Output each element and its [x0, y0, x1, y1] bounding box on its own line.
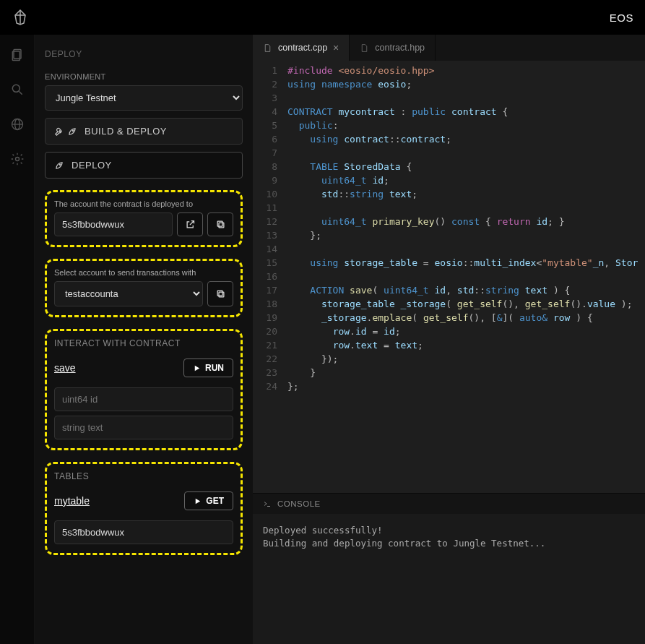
run-label: RUN [205, 363, 224, 373]
action-name[interactable]: save [54, 362, 76, 374]
app-logo [12, 9, 29, 26]
search-icon[interactable] [10, 82, 25, 97]
interact-heading: INTERACT WITH CONTRACT [54, 338, 233, 348]
code-editor[interactable]: 123456789101112131415161718192021222324 … [253, 61, 645, 493]
files-icon[interactable] [10, 48, 25, 62]
build-deploy-label: BUILD & DEPLOY [85, 126, 167, 137]
tx-account-select[interactable]: testaccounta [54, 281, 203, 306]
copy-icon [215, 288, 226, 299]
external-link-icon [185, 219, 196, 230]
table-scope-input[interactable] [54, 520, 233, 544]
wrench-icon [54, 126, 64, 137]
svg-rect-13 [217, 291, 222, 296]
svg-rect-11 [217, 221, 222, 226]
code-content: #include <eosio/eosio.hpp> using namespa… [287, 64, 645, 493]
callout-4: 4 TABLES mytable GET [45, 462, 243, 555]
copy-button[interactable] [207, 212, 233, 236]
play-icon [193, 364, 201, 372]
environment-select[interactable]: Jungle Testnet [45, 85, 243, 111]
deployed-account-input[interactable] [54, 212, 173, 236]
open-external-button[interactable] [177, 212, 203, 236]
environment-label: ENVIRONMENT [45, 72, 243, 81]
callout-3: 3 INTERACT WITH CONTRACT save RUN [45, 329, 243, 450]
svg-line-3 [19, 92, 22, 95]
svg-point-7 [15, 158, 19, 161]
close-icon[interactable]: × [333, 42, 339, 53]
topbar-brand-text: EOS [610, 12, 633, 24]
deploy-sidebar: DEPLOY ENVIRONMENT Jungle Testnet BUILD … [35, 35, 253, 644]
file-icon [263, 43, 272, 53]
callout-1: 1 The account the contract is deployed t… [45, 190, 243, 247]
svg-rect-12 [219, 292, 224, 297]
console-line: Deployed successfully! [263, 524, 635, 537]
line-gutter: 123456789101112131415161718192021222324 [253, 64, 287, 493]
build-deploy-button[interactable]: BUILD & DEPLOY [45, 118, 243, 145]
copy-icon [215, 219, 226, 230]
console-header[interactable]: CONSOLE [253, 493, 645, 514]
deploy-button[interactable]: DEPLOY [45, 152, 243, 179]
tab-label: contract.hpp [375, 43, 425, 53]
topbar: EOS [0, 0, 645, 35]
param-id-input[interactable] [54, 387, 233, 411]
editor-tabs: contract.cpp × contract.hpp [253, 35, 645, 61]
editor-pane: contract.cpp × contract.hpp 123456789101… [253, 35, 645, 644]
tab-label: contract.cpp [278, 43, 327, 53]
svg-point-2 [12, 85, 20, 92]
deployed-account-label: The account the contract is deployed to [54, 199, 233, 208]
terminal-icon [263, 499, 272, 508]
console-output: Deployed successfully! Building and depl… [253, 514, 645, 644]
svg-point-9 [59, 163, 61, 165]
rocket-icon [54, 160, 64, 171]
file-icon [360, 43, 369, 53]
run-button[interactable]: RUN [183, 359, 233, 377]
svg-rect-10 [219, 223, 224, 228]
deploy-label: DEPLOY [72, 160, 112, 171]
copy-button[interactable] [207, 281, 233, 306]
panel-title: DEPLOY [45, 49, 243, 59]
tab-contract-cpp[interactable]: contract.cpp × [253, 35, 350, 61]
console-line: Building and deploying contract to Jungl… [263, 537, 635, 550]
tab-contract-hpp[interactable]: contract.hpp [350, 35, 436, 61]
tables-heading: TABLES [54, 471, 233, 481]
rocket-icon [67, 126, 77, 137]
get-button[interactable]: GET [184, 491, 233, 510]
activity-bar [0, 35, 35, 644]
svg-point-8 [72, 129, 74, 131]
gear-icon[interactable] [10, 152, 25, 166]
play-icon [194, 497, 202, 505]
table-name[interactable]: mytable [54, 495, 90, 507]
param-text-input[interactable] [54, 416, 233, 439]
console-heading: CONSOLE [277, 499, 321, 508]
get-label: GET [206, 496, 224, 506]
callout-2: 2 Select account to send transactions wi… [45, 259, 243, 317]
globe-icon[interactable] [10, 117, 25, 132]
tx-account-label: Select account to send transactions with [54, 268, 233, 277]
